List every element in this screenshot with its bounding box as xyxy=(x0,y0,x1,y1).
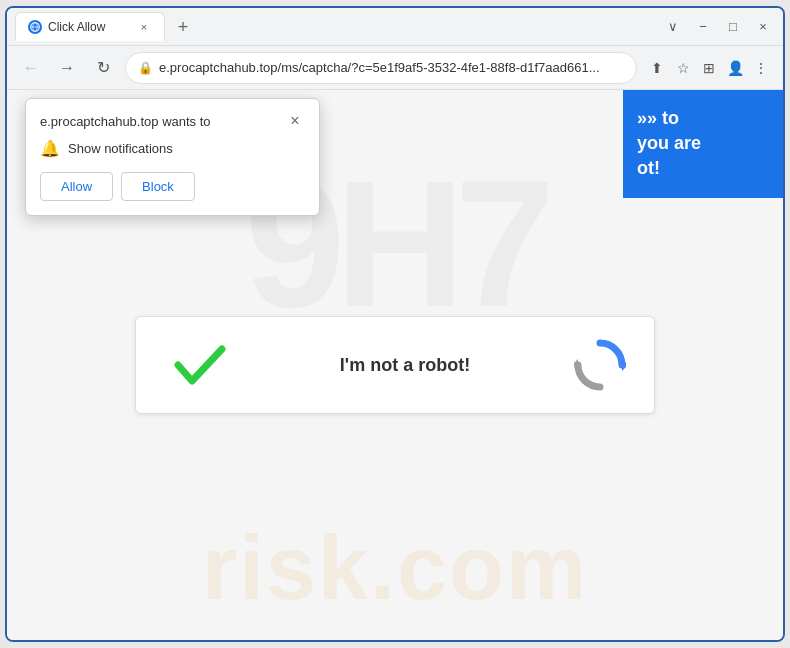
back-button[interactable]: ← xyxy=(17,54,45,82)
lock-icon: 🔒 xyxy=(138,61,153,75)
menu-icon[interactable]: ⋮ xyxy=(749,56,773,80)
popup-title: e.procaptchahub.top wants to xyxy=(40,114,211,129)
watermark-bottom: risk.com xyxy=(7,517,783,620)
tab-favicon xyxy=(28,20,42,34)
recaptcha-logo xyxy=(570,339,630,391)
popup-notification-row: 🔔 Show notifications xyxy=(40,139,305,158)
tab-title: Click Allow xyxy=(48,20,130,34)
popup-header: e.procaptchahub.top wants to × xyxy=(40,111,305,131)
bell-icon: 🔔 xyxy=(40,139,60,158)
forward-button[interactable]: → xyxy=(53,54,81,82)
block-button[interactable]: Block xyxy=(121,172,195,201)
title-bar: Click Allow × + ∨ − □ × xyxy=(7,8,783,46)
blue-banner: »» toyou areot! xyxy=(623,90,783,198)
window-controls: ∨ − □ × xyxy=(661,15,775,39)
popup-buttons: Allow Block xyxy=(40,172,305,201)
bookmark-icon[interactable]: ☆ xyxy=(671,56,695,80)
checkmark-area xyxy=(160,335,240,395)
banner-text: »» toyou areot! xyxy=(637,108,701,178)
minimize-button[interactable]: − xyxy=(691,15,715,39)
captcha-label: I'm not a robot! xyxy=(240,355,570,376)
refresh-button[interactable]: ↻ xyxy=(89,54,117,82)
profile-icon[interactable]: 👤 xyxy=(723,56,747,80)
checkmark-icon xyxy=(170,335,230,395)
browser-window: Click Allow × + ∨ − □ × ← → ↻ 🔒 e.procap… xyxy=(5,6,785,642)
notification-text: Show notifications xyxy=(68,141,173,156)
address-bar: ← → ↻ 🔒 e.procaptchahub.top/ms/captcha/?… xyxy=(7,46,783,90)
tab-area: Click Allow × + xyxy=(15,12,653,41)
chevron-down-icon[interactable]: ∨ xyxy=(661,15,685,39)
url-bar[interactable]: 🔒 e.procaptchahub.top/ms/captcha/?c=5e1f… xyxy=(125,52,637,84)
new-tab-button[interactable]: + xyxy=(169,13,197,41)
page-content: 9H7 risk.com »» toyou areot! I'm not a r… xyxy=(7,90,783,640)
close-window-button[interactable]: × xyxy=(751,15,775,39)
toolbar-icons: ⬆ ☆ ⊞ 👤 ⋮ xyxy=(645,56,773,80)
popup-close-button[interactable]: × xyxy=(285,111,305,131)
allow-button[interactable]: Allow xyxy=(40,172,113,201)
captcha-container: I'm not a robot! xyxy=(135,316,655,414)
share-icon[interactable]: ⬆ xyxy=(645,56,669,80)
active-tab[interactable]: Click Allow × xyxy=(15,12,165,41)
tab-close-button[interactable]: × xyxy=(136,19,152,35)
url-text: e.procaptchahub.top/ms/captcha/?c=5e1f9a… xyxy=(159,60,624,75)
sidebar-toggle-icon[interactable]: ⊞ xyxy=(697,56,721,80)
notification-popup: e.procaptchahub.top wants to × 🔔 Show no… xyxy=(25,98,320,216)
maximize-button[interactable]: □ xyxy=(721,15,745,39)
watermark-bottom-text: risk.com xyxy=(202,517,588,620)
